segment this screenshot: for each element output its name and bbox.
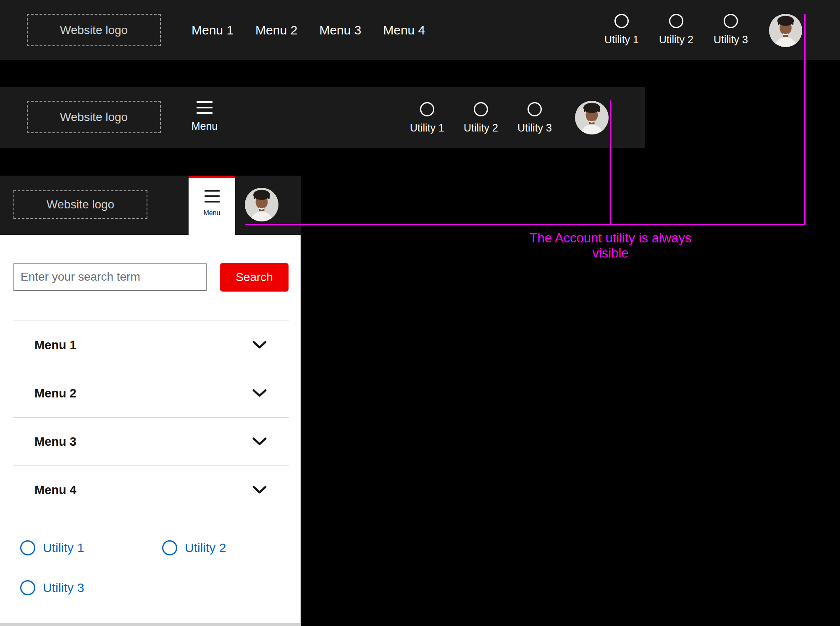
utility-label: Utility 2	[464, 122, 498, 134]
mobile-logo-placeholder[interactable]: Website logo	[13, 190, 147, 219]
hamburger-icon	[205, 190, 220, 203]
utility-link-label: Utility 3	[43, 581, 84, 595]
utility-1-link[interactable]: Utility 1	[20, 540, 84, 555]
utility-label: Utility 3	[714, 34, 748, 46]
avatar-photo	[245, 188, 278, 221]
nav-link-menu-2[interactable]: Menu 2	[255, 23, 297, 37]
utility-label: Utility 1	[410, 122, 444, 134]
logo-label: Website logo	[60, 24, 128, 37]
circle-icon	[528, 102, 542, 116]
circle-icon	[669, 14, 683, 28]
annotation-line-desktop-avatar	[804, 14, 806, 225]
tablet-header: Website logo Menu Utility 1 Utility 2 Ut…	[0, 87, 645, 148]
chevron-down-icon	[252, 437, 267, 446]
annotation-line-tablet-avatar	[610, 100, 611, 225]
circle-icon	[474, 102, 488, 116]
menu-item-label: Menu 3	[34, 435, 76, 449]
nav-link-menu-1[interactable]: Menu 1	[192, 23, 234, 37]
nav-link-menu-3[interactable]: Menu 3	[319, 23, 361, 37]
utility-1-button[interactable]: Utility 1	[407, 102, 447, 134]
tablet-logo-placeholder[interactable]: Website logo	[27, 101, 161, 133]
mobile-menu-panel: Search Menu 1 Menu 2 Menu 3	[0, 235, 301, 626]
menu-item-3[interactable]: Menu 3	[13, 417, 289, 466]
menu-item-4[interactable]: Menu 4	[13, 466, 289, 514]
menu-item-label: Menu 4	[34, 483, 76, 497]
mobile-menu-toggle-active[interactable]: Menu	[189, 176, 235, 235]
annotation-line-horizontal	[245, 224, 806, 225]
tablet-menu-toggle[interactable]: Menu	[189, 101, 220, 132]
menu-item-label: Menu 2	[34, 387, 76, 400]
desktop-header: Website logo Menu 1 Menu 2 Menu 3 Menu 4…	[0, 0, 840, 60]
utility-3-button[interactable]: Utility 3	[711, 14, 751, 46]
chevron-down-icon	[252, 485, 267, 494]
panel-bottom-edge	[0, 623, 301, 626]
utility-1-button[interactable]: Utility 1	[601, 14, 642, 46]
utility-label: Utility 3	[517, 122, 552, 134]
account-avatar[interactable]	[575, 101, 609, 134]
mobile-menu-list: Menu 1 Menu 2 Menu 3 Menu 4	[13, 321, 289, 514]
utility-3-button[interactable]: Utility 3	[514, 102, 555, 134]
menu-toggle-label: Menu	[203, 209, 220, 217]
circle-icon	[420, 102, 434, 116]
utility-3-link[interactable]: Utility 3	[20, 580, 84, 595]
avatar-photo	[575, 101, 609, 134]
utility-link-label: Utility 2	[185, 541, 226, 555]
utility-2-button[interactable]: Utility 2	[461, 102, 501, 134]
account-avatar[interactable]	[769, 14, 802, 47]
tablet-utility-nav: Utility 1 Utility 2 Utility 3	[407, 102, 555, 134]
chevron-down-icon	[252, 340, 267, 350]
desktop-primary-nav: Menu 1 Menu 2 Menu 3 Menu 4	[192, 0, 425, 60]
utility-2-link[interactable]: Utility 2	[162, 540, 226, 555]
annotation-label: The Account utility is always visible	[518, 231, 703, 261]
circle-icon	[724, 14, 738, 28]
desktop-utility-nav: Utility 1 Utility 2 Utility 3	[601, 14, 751, 46]
desktop-logo-placeholder[interactable]: Website logo	[27, 14, 161, 46]
circle-icon	[20, 540, 35, 555]
circle-icon	[614, 14, 629, 28]
search-button[interactable]: Search	[220, 263, 289, 292]
hamburger-icon	[197, 101, 213, 114]
utility-2-button[interactable]: Utility 2	[656, 14, 696, 46]
menu-item-2[interactable]: Menu 2	[13, 369, 289, 417]
avatar-photo	[769, 14, 802, 47]
menu-item-1[interactable]: Menu 1	[13, 321, 289, 369]
circle-icon	[20, 580, 35, 595]
page: Website logo Menu 1 Menu 2 Menu 3 Menu 4…	[0, 0, 840, 626]
menu-toggle-label: Menu	[192, 120, 218, 132]
mobile-header: Website logo Menu	[0, 176, 301, 235]
chevron-down-icon	[252, 389, 267, 398]
nav-link-menu-4[interactable]: Menu 4	[383, 23, 425, 37]
utility-label: Utility 2	[659, 34, 693, 46]
utility-link-label: Utility 1	[43, 541, 84, 555]
search-input[interactable]	[13, 263, 207, 291]
circle-icon	[162, 540, 177, 555]
menu-item-label: Menu 1	[34, 338, 76, 352]
logo-label: Website logo	[47, 198, 114, 211]
logo-label: Website logo	[60, 110, 128, 124]
account-avatar[interactable]	[245, 188, 278, 221]
utility-label: Utility 1	[604, 34, 639, 46]
